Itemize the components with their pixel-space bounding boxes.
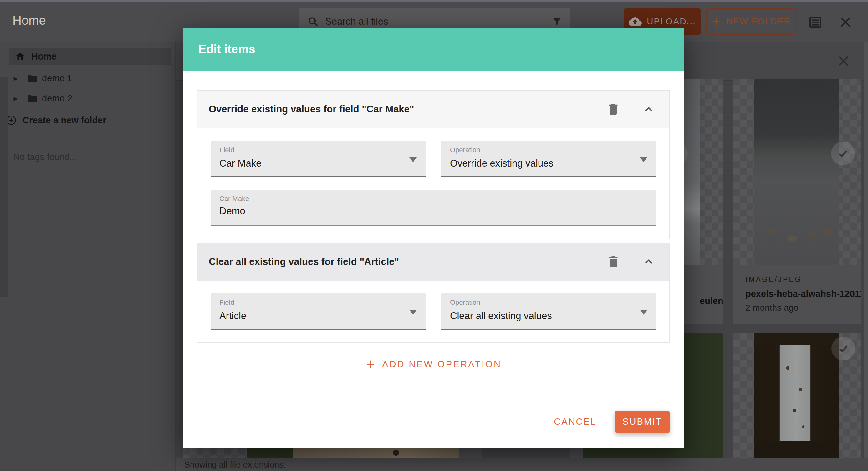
close-icon xyxy=(836,54,851,68)
plus-icon xyxy=(365,359,376,370)
operation-select[interactable]: Operation Clear all existing values xyxy=(441,293,656,330)
operation-title: Override existing values for field "Car … xyxy=(209,104,604,115)
value-field[interactable]: Car Make xyxy=(211,190,656,226)
collapse-operation-button[interactable] xyxy=(639,253,658,271)
cloud-upload-icon xyxy=(629,15,642,28)
edit-items-dialog: Edit items Override existing values for … xyxy=(183,28,684,448)
value-input[interactable] xyxy=(219,205,647,217)
search-input[interactable] xyxy=(325,16,546,27)
thumbnail-sliver xyxy=(247,448,292,458)
vertical-divider xyxy=(631,253,631,271)
dialog-header: Edit items xyxy=(183,28,684,71)
close-browser-button[interactable] xyxy=(836,13,855,32)
app-window: Home UPLOAD... xyxy=(0,0,868,471)
search-icon xyxy=(307,16,319,28)
file-card[interactable] xyxy=(733,333,861,458)
tree-item-demo-1[interactable]: ▸ demo 1 xyxy=(0,69,175,87)
file-thumbnail xyxy=(733,333,861,458)
select-label: Operation xyxy=(450,146,647,154)
caret-down-icon xyxy=(409,310,417,315)
page-title: Home xyxy=(12,13,46,28)
operation-title: Clear all existing values for field "Art… xyxy=(209,256,604,267)
geese-photo-thumbnail xyxy=(754,79,839,265)
delete-operation-button[interactable] xyxy=(604,100,623,119)
field-select[interactable]: Field Car Make xyxy=(211,141,426,177)
status-text: Showing all file extensions. xyxy=(184,460,286,469)
check-badge[interactable] xyxy=(831,337,855,360)
create-folder-label: Create a new folder xyxy=(23,115,106,125)
tree-item-demo-2[interactable]: ▸ demo 2 xyxy=(0,90,175,107)
list-view-icon xyxy=(808,14,823,30)
delete-operation-button[interactable] xyxy=(604,253,623,271)
disclosure-triangle-icon[interactable]: ▸ xyxy=(9,94,23,104)
operation-card: Clear all existing values for field "Art… xyxy=(197,243,670,343)
select-value: Car Make xyxy=(219,158,417,169)
thumbnail-sliver xyxy=(482,448,570,458)
vertical-divider xyxy=(631,100,631,118)
operation-card-header[interactable]: Override existing values for field "Car … xyxy=(197,90,670,128)
disclosure-triangle-icon[interactable]: ▸ xyxy=(9,73,23,83)
caret-down-icon xyxy=(640,310,647,315)
field-select[interactable]: Field Article xyxy=(211,293,426,330)
dialog-body: Override existing values for field "Car … xyxy=(183,71,684,394)
new-folder-label: NEW FOLDER xyxy=(726,17,791,27)
folder-icon xyxy=(23,72,42,84)
sidebar-item-label: Home xyxy=(31,51,57,62)
filter-icon[interactable] xyxy=(552,16,562,27)
select-value: Clear all existing values xyxy=(450,310,647,322)
file-name: pexels-heba-alwahsh-120119... xyxy=(745,289,848,299)
butterfly-photo-thumbnail xyxy=(754,333,839,458)
tree-item-label: demo 2 xyxy=(42,93,72,104)
file-card[interactable]: IMAGE/JPEG pexels-heba-alwahsh-120119...… xyxy=(733,79,861,324)
folder-icon xyxy=(23,93,42,104)
operation-card: Override existing values for field "Car … xyxy=(197,90,670,239)
caret-down-icon xyxy=(640,157,647,162)
operation-card-body: Field Car Make Operation Override existi… xyxy=(197,128,670,239)
field-label: Car Make xyxy=(219,195,647,203)
thumbnail-sliver xyxy=(183,448,247,458)
file-caption: IMAGE/JPEG pexels-heba-alwahsh-120119...… xyxy=(733,265,861,313)
scrollbar-track[interactable] xyxy=(864,42,868,458)
status-bar: Showing all file extensions. xyxy=(176,458,868,471)
file-modified: 2 months ago xyxy=(745,303,848,313)
sidebar-divider xyxy=(13,138,162,138)
sidebar-item-home[interactable]: Home xyxy=(9,48,170,65)
select-value: Article xyxy=(219,310,417,322)
cancel-button[interactable]: CANCEL xyxy=(554,416,596,427)
add-operation-label: ADD NEW OPERATION xyxy=(382,359,502,370)
select-label: Field xyxy=(219,298,417,306)
left-edge-shade xyxy=(0,77,8,297)
upload-label: UPLOAD... xyxy=(647,17,695,27)
dialog-footer: CANCEL SUBMIT xyxy=(183,394,684,448)
operation-card-body: Field Article Operation Clear all existi… xyxy=(197,281,670,343)
home-icon xyxy=(9,51,31,62)
caret-down-icon xyxy=(409,157,417,162)
select-label: Operation xyxy=(450,298,647,306)
selection-close-button[interactable] xyxy=(834,52,853,70)
plus-icon xyxy=(711,17,721,27)
new-folder-button[interactable]: NEW FOLDER xyxy=(706,8,796,35)
create-folder-button[interactable]: Create a new folder xyxy=(0,112,175,129)
dialog-title: Edit items xyxy=(198,42,255,56)
tags-empty-text: No tags found... xyxy=(13,152,77,162)
thumbnail-sliver xyxy=(459,448,482,458)
thumbnail-sliver xyxy=(583,448,684,458)
select-value: Override existing values xyxy=(450,158,647,169)
tree-item-label: demo 1 xyxy=(42,73,72,84)
select-label: Field xyxy=(219,146,417,154)
file-thumbnail xyxy=(733,79,861,265)
list-view-button[interactable] xyxy=(806,13,825,32)
operation-card-header[interactable]: Clear all existing values for field "Art… xyxy=(197,243,670,281)
check-badge[interactable] xyxy=(831,142,855,165)
thumbnail-sliver xyxy=(292,448,459,458)
sidebar: Home ▸ demo 1 ▸ demo 2 xyxy=(0,42,176,471)
submit-button[interactable]: SUBMIT xyxy=(615,411,670,433)
file-type: IMAGE/JPEG xyxy=(745,275,848,284)
add-operation-button[interactable]: ADD NEW OPERATION xyxy=(365,359,502,370)
operation-select[interactable]: Operation Override existing values xyxy=(441,141,656,177)
thumbnail-sliver xyxy=(570,448,583,458)
collapse-operation-button[interactable] xyxy=(639,100,658,119)
close-icon xyxy=(838,15,852,29)
